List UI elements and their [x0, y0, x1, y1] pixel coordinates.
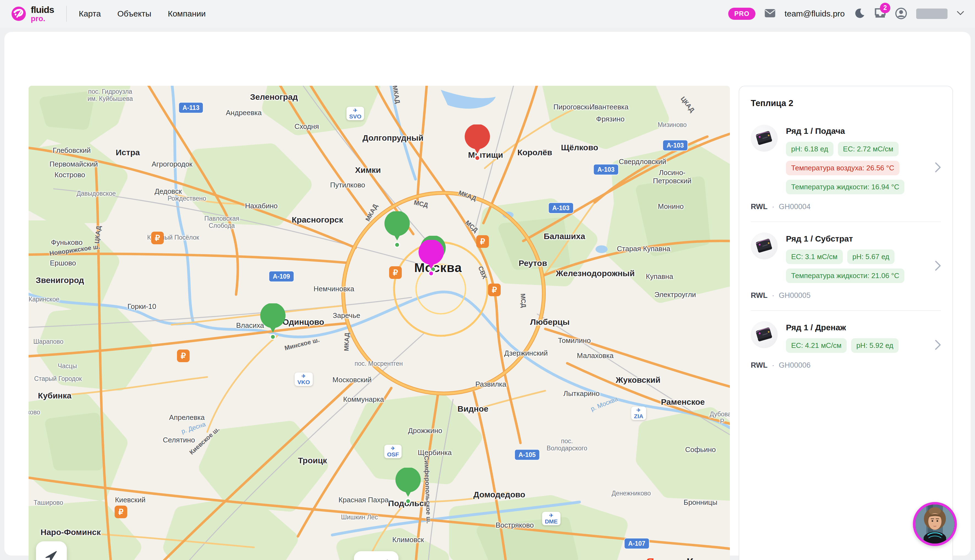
- geolocate-button[interactable]: [36, 541, 67, 560]
- map-marker-green[interactable]: [381, 211, 413, 248]
- airport-code: VKO: [297, 379, 310, 385]
- airport-badge: ✈OSF: [384, 445, 402, 458]
- header-divider: [66, 6, 67, 22]
- map-label: Фрязино: [596, 115, 624, 123]
- map-label: Андреевка: [226, 109, 262, 117]
- map-marker-magenta[interactable]: [415, 240, 448, 276]
- zoom-in-button[interactable]: +: [380, 557, 395, 560]
- road-shield: А-113: [178, 102, 203, 113]
- map-label: Свердловский: [619, 158, 667, 166]
- chevron-right-icon: [935, 162, 941, 174]
- greenhouse-panel: Теплица 2 Ряд 1 / Подача pH: 6.18 едEC: …: [739, 86, 953, 560]
- road-shield: А-107: [624, 538, 650, 549]
- device-network: RWL: [751, 361, 768, 370]
- chevron-right-icon: [935, 340, 941, 351]
- map-label: Сходня: [295, 123, 319, 131]
- map-label: Химки: [355, 165, 381, 175]
- toll-road-icon: ₽: [476, 235, 489, 248]
- road-label: МСД: [519, 293, 528, 308]
- device-card[interactable]: Ряд 1 / Дренаж EC: 4.21 мС/смpH: 5.92 ед…: [751, 310, 941, 380]
- map-label: Востряково: [495, 521, 534, 530]
- sensor-badge: pH: 6.18 ед: [786, 142, 833, 157]
- map-label: Таширово: [33, 499, 63, 506]
- zoom-out-button[interactable]: −: [358, 557, 373, 560]
- map-label: пос. Гидроузла им. Куйбышева: [88, 88, 133, 102]
- separator-dot: ·: [772, 203, 774, 211]
- map-label: Горки-10: [128, 303, 157, 311]
- map-label: Шарапово: [33, 338, 63, 345]
- toll-road-icon: ₽: [389, 266, 402, 279]
- notifications-button[interactable]: 2: [874, 8, 886, 20]
- map-label: яково: [28, 408, 40, 416]
- map-label: Агрогородок: [152, 160, 192, 168]
- sensor-badge: Температура жидкости: 16.94 °C: [786, 180, 904, 194]
- separator-dot: ·: [772, 361, 774, 370]
- airport-badge: ✈DME: [542, 512, 561, 525]
- nav-item-1[interactable]: Карта: [79, 9, 101, 18]
- account-button[interactable]: [895, 8, 907, 20]
- device-card[interactable]: Ряд 1 / Подача pH: 6.18 едEC: 2.72 мС/см…: [751, 114, 941, 222]
- device-thumbnail: [751, 321, 778, 348]
- username-redacted: [916, 8, 948, 19]
- map-label: Красная Пахра: [338, 496, 388, 504]
- map-label: пос. Володарского: [547, 437, 587, 452]
- assistant-avatar[interactable]: [913, 502, 957, 546]
- map-label: Первомайский: [50, 160, 98, 168]
- nav-item-3[interactable]: Компании: [168, 9, 206, 18]
- map-label: Дубовая Р: [710, 410, 730, 425]
- map-label: Долгопрудный: [362, 133, 423, 143]
- sensor-badge: pH: 5.92 ед: [851, 338, 898, 353]
- dark-mode-toggle[interactable]: [854, 8, 865, 20]
- device-title: Ряд 1 / Субстрат: [786, 234, 924, 243]
- map-label: Развилка: [475, 380, 506, 388]
- map-label: Каринское: [28, 296, 59, 303]
- yandex-maps-logo[interactable]: Яндекс Карты: [646, 556, 720, 560]
- road-shield: А-103: [663, 140, 688, 151]
- map-label: Купавна: [646, 273, 673, 281]
- device-network: RWL: [751, 203, 768, 211]
- map-label: Ершово: [50, 259, 76, 267]
- map-label: Московский: [333, 376, 372, 384]
- map-marker-green[interactable]: [392, 468, 425, 504]
- chevron-down-icon[interactable]: [957, 11, 964, 17]
- map-label: Старая Купавна: [617, 245, 670, 253]
- road-shield: А-109: [269, 271, 294, 282]
- map-label: Истра: [116, 148, 140, 157]
- content-card: МоскваЗеленоградДолгопрудныйМытищиКоролё…: [4, 32, 971, 556]
- map-canvas[interactable]: МоскваЗеленоградДолгопрудныйМытищиКоролё…: [28, 86, 730, 560]
- map-label: Павловская Слобода: [205, 215, 239, 230]
- nav-item-2[interactable]: Объекты: [117, 9, 152, 18]
- device-card[interactable]: Ряд 1 / Субстрат EC: 3.1 мС/смpH: 5.67 е…: [751, 222, 941, 310]
- device-list: Ряд 1 / Подача pH: 6.18 едEC: 2.72 мС/см…: [751, 114, 941, 380]
- map-label: Томилино: [558, 337, 590, 345]
- pro-badge: PRO: [728, 8, 755, 20]
- fluids-logo-icon: [11, 6, 27, 22]
- map-label: Домодедово: [473, 490, 525, 500]
- map-label: Звенигород: [36, 276, 84, 285]
- sensor-badge-alert: Температура воздуха: 26.56 °C: [786, 161, 900, 175]
- map-label: Бронницы: [684, 498, 718, 507]
- airport-badge: ✈VKO: [295, 373, 313, 386]
- plane-icon: ✈: [353, 108, 357, 113]
- map-label: Дрожжино: [408, 427, 442, 435]
- airport-code: ZIA: [634, 413, 643, 419]
- road-shield: А-103: [548, 203, 574, 214]
- map-label: Ивантеевка: [590, 103, 628, 111]
- map-label: Часцы: [58, 362, 77, 370]
- logo[interactable]: fluids pro.: [11, 5, 54, 23]
- plane-icon: ✈: [391, 446, 395, 451]
- plane-icon: ✈: [302, 374, 306, 378]
- sensor-badges: pH: 6.18 едEC: 2.72 мС/смТемпература воз…: [786, 142, 924, 194]
- separator-dot: ·: [772, 291, 774, 300]
- map-label: Селятино: [163, 436, 195, 444]
- map-label: Мизиново: [658, 121, 687, 128]
- map-marker-red[interactable]: [461, 125, 494, 161]
- map-label: Железнодорожный: [556, 269, 635, 278]
- envelope-icon: [765, 9, 775, 18]
- map-label: Лыткарино: [563, 390, 600, 398]
- map-marker-green[interactable]: [257, 303, 289, 340]
- zoom-controls: − +: [354, 551, 398, 560]
- map-label: Глебовский: [53, 147, 91, 155]
- map-label: Заречье: [333, 312, 360, 320]
- road-shield: А-105: [515, 449, 540, 460]
